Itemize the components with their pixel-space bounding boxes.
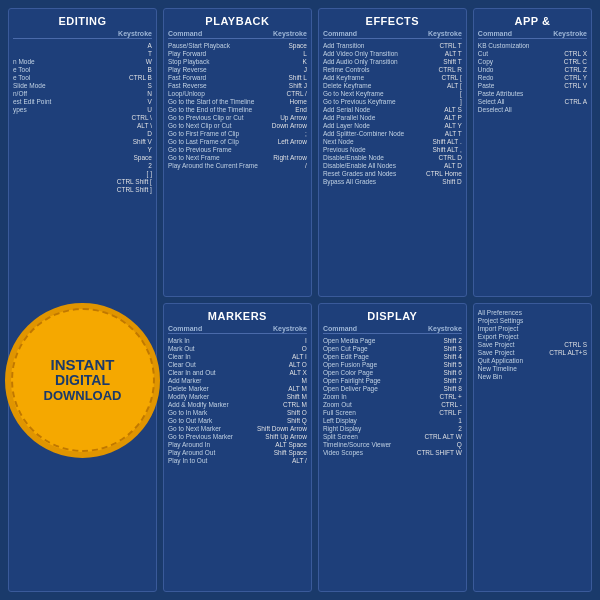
cmd-key: CTRL B xyxy=(112,74,152,81)
table-row: Add Layer NodeALT Y xyxy=(323,121,462,129)
cmd-name: Clear In xyxy=(168,353,267,360)
table-row: Mark OutO xyxy=(168,344,307,352)
table-row: Clear OutALT O xyxy=(168,360,307,368)
cmd-key: CTRL / xyxy=(267,90,307,97)
app-top-rows: KB CustomizationCutCTRL XCopyCTRL CUndoC… xyxy=(478,41,587,113)
cmd-name: Left Display xyxy=(323,417,422,424)
cmd-key: Shift M xyxy=(267,393,307,400)
app-top-section: APP & Command Keystroke KB Customization… xyxy=(473,8,592,297)
table-row: New Bin xyxy=(478,372,587,380)
cmd-key: CTRL Z xyxy=(547,66,587,73)
table-row: Go to Next MarkerShift Down Arrow xyxy=(168,424,307,432)
cmd-key: Shift 2 xyxy=(422,337,462,344)
table-row: Save ProjectCTRL S xyxy=(478,340,587,348)
cmd-name: All Preferences xyxy=(478,309,547,316)
cmd-name: Mark Out xyxy=(168,345,267,352)
table-row: Previous NodeShift ALT , xyxy=(323,145,462,153)
cmd-name: Save Project xyxy=(478,341,547,348)
cmd-key: ALT I xyxy=(267,353,307,360)
cmd-name: Go to the Start of the Timeline xyxy=(168,98,267,105)
cmd-name: Disable/Enable Node xyxy=(323,154,422,161)
cmd-name: Project Settings xyxy=(478,317,547,324)
cmd-key: ALT S xyxy=(422,106,462,113)
cmd-name: Disable/Enable All Nodes xyxy=(323,162,422,169)
table-row: Space xyxy=(13,153,152,161)
cmd-name: Select All xyxy=(478,98,547,105)
effects-col2: Keystroke xyxy=(428,30,462,37)
table-row: All Preferences xyxy=(478,308,587,316)
cmd-key: ] xyxy=(422,98,462,105)
cmd-key: CTRL ALT+S xyxy=(547,349,587,356)
cmd-key: End xyxy=(267,106,307,113)
editing-col-headers: Keystroke xyxy=(13,30,152,39)
cmd-key: Shift Q xyxy=(267,417,307,424)
table-row: PasteCTRL V xyxy=(478,81,587,89)
table-row: Go to Next Clip or CutDown Arrow xyxy=(168,121,307,129)
table-row: Split ScreenCTRL ALT W xyxy=(323,432,462,440)
display-title: DISPLAY xyxy=(323,308,462,325)
cmd-key: W xyxy=(112,58,152,65)
table-row: n ModeW xyxy=(13,57,152,65)
table-row: Export Project xyxy=(478,332,587,340)
cmd-key: Home xyxy=(267,98,307,105)
effects-section: EFFECTS Command Keystroke Add Transition… xyxy=(318,8,467,297)
cmd-name: Open Cut Page xyxy=(323,345,422,352)
cmd-key: CTRL D xyxy=(422,154,462,161)
playback-col2: Keystroke xyxy=(273,30,307,37)
table-row: Go to Next Keyframe[ xyxy=(323,89,462,97)
cmd-name: Zoom Out xyxy=(323,401,422,408)
app-top-col-headers: Command Keystroke xyxy=(478,30,587,39)
app-bottom-rows: All PreferencesProject SettingsImport Pr… xyxy=(478,308,587,380)
table-row: Go to Previous Frame xyxy=(168,145,307,153)
cmd-key: Shift 7 xyxy=(422,377,462,384)
instant-download-stamp: INSTANT DIGITAL DOWNLOAD xyxy=(0,280,165,480)
table-row: CutCTRL X xyxy=(478,49,587,57)
cmd-key: Shift Down Arrow xyxy=(257,425,307,432)
cmd-name: Retime Controls xyxy=(323,66,422,73)
cmd-name: Reset Grades and Nodes xyxy=(323,170,422,177)
cmd-key: Shift L xyxy=(267,74,307,81)
cmd-key: Shift 3 xyxy=(422,345,462,352)
cmd-name: Delete Keyframe xyxy=(323,82,422,89)
playback-col1: Command xyxy=(168,30,202,37)
table-row: Open Color PageShift 6 xyxy=(323,368,462,376)
table-row: [ ] xyxy=(13,169,152,177)
cmd-key: ALT Space xyxy=(267,441,307,448)
table-row: CTRL Shift [ xyxy=(13,177,152,185)
cmd-key: / xyxy=(267,162,307,169)
stamp-line2: DIGITAL xyxy=(44,373,122,388)
table-row: Video ScopesCTRL SHIFT W xyxy=(323,448,462,456)
table-row: UndoCTRL Z xyxy=(478,65,587,73)
table-row: Play ForwardL xyxy=(168,49,307,57)
editing-rows: ATn ModeWe ToolBe ToolCTRL B Slide ModeS… xyxy=(13,41,152,193)
cmd-name: New Timeline xyxy=(478,365,547,372)
table-row: Zoom InCTRL + xyxy=(323,392,462,400)
table-row: Stop PlaybackK xyxy=(168,57,307,65)
cmd-key: CTRL - xyxy=(422,401,462,408)
cmd-key: ALT \ xyxy=(112,122,152,129)
cmd-name: Play Reverse xyxy=(168,66,267,73)
table-row: Add TransitionCTRL T xyxy=(323,41,462,49)
cmd-key: CTRL V xyxy=(547,82,587,89)
cmd-name: Add Audio Only Transition xyxy=(323,58,422,65)
table-row: Zoom OutCTRL - xyxy=(323,400,462,408)
table-row: Go to Out MarkShift Q xyxy=(168,416,307,424)
cmd-name: Redo xyxy=(478,74,547,81)
cmd-key: CTRL F xyxy=(422,409,462,416)
table-row: Play ReverseJ xyxy=(168,65,307,73)
table-row: Pause/Start PlaybackSpace xyxy=(168,41,307,49)
table-row: Full ScreenCTRL F xyxy=(323,408,462,416)
app-bottom-section: All PreferencesProject SettingsImport Pr… xyxy=(473,303,592,592)
cmd-name: Add Keyframe xyxy=(323,74,422,81)
cmd-key: Left Arrow xyxy=(267,138,307,145)
cmd-key: ALT O xyxy=(267,361,307,368)
cmd-name: n Mode xyxy=(13,58,112,65)
cmd-key: Space xyxy=(112,154,152,161)
display-col1: Command xyxy=(323,325,357,332)
cmd-name: Modify Marker xyxy=(168,393,267,400)
cmd-key: L xyxy=(267,50,307,57)
table-row: Add MarkerM xyxy=(168,376,307,384)
cmd-name: Next Node xyxy=(323,138,422,145)
cmd-name: Add Parallel Node xyxy=(323,114,422,121)
cmd-name: Import Project xyxy=(478,325,547,332)
